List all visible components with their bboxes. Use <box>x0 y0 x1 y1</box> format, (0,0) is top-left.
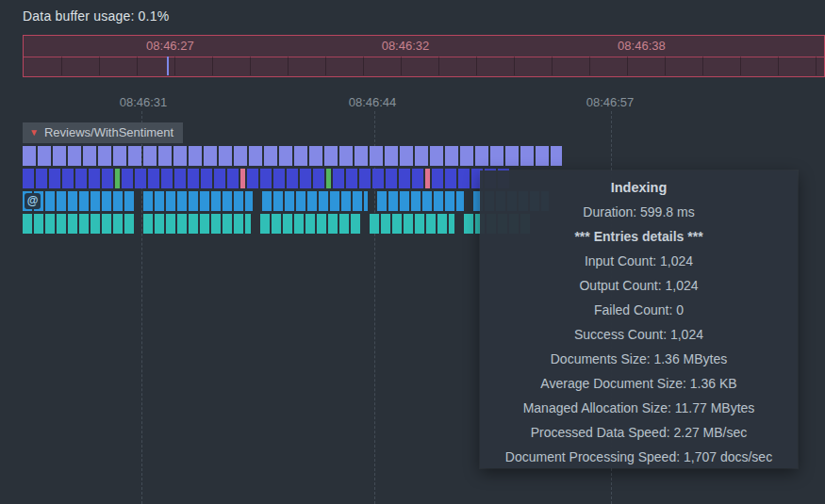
perf-segment[interactable] <box>23 169 34 188</box>
perf-segment[interactable] <box>200 191 209 211</box>
perf-segment[interactable] <box>247 169 258 188</box>
perf-segment[interactable] <box>177 214 187 234</box>
perf-segment[interactable] <box>287 169 298 188</box>
perf-segment[interactable] <box>422 191 432 211</box>
lane-reduce[interactable] <box>23 169 511 188</box>
perf-segment[interactable] <box>445 146 458 166</box>
perf-segment[interactable] <box>53 146 66 166</box>
perf-segment[interactable] <box>262 191 272 211</box>
perf-segment[interactable] <box>36 169 47 188</box>
perf-segment[interactable] <box>370 146 383 166</box>
perf-segment[interactable] <box>279 146 292 166</box>
perf-segment[interactable] <box>305 214 315 234</box>
perf-segment[interactable] <box>214 169 225 188</box>
perf-segment[interactable] <box>426 214 436 234</box>
perf-segment[interactable] <box>223 214 232 234</box>
brush-position-marker[interactable] <box>167 57 169 75</box>
perf-segment[interactable] <box>200 214 209 234</box>
perf-segment[interactable] <box>372 169 384 188</box>
perf-segment[interactable] <box>79 191 89 211</box>
perf-segment[interactable] <box>520 146 534 166</box>
perf-segment[interactable] <box>189 214 198 234</box>
perf-segment[interactable] <box>317 214 326 234</box>
perf-segment[interactable] <box>346 169 357 188</box>
perf-segment[interactable] <box>174 169 186 188</box>
perf-segment[interactable] <box>430 146 443 166</box>
perf-segment[interactable] <box>475 146 488 166</box>
perf-segment[interactable] <box>388 191 398 211</box>
perf-segment[interactable] <box>415 214 424 234</box>
perf-segment[interactable] <box>377 191 387 211</box>
lane-write[interactable] <box>23 214 532 234</box>
perf-segment[interactable] <box>386 169 397 188</box>
perf-segment[interactable] <box>79 214 89 234</box>
perf-segment[interactable] <box>330 191 339 211</box>
perf-segment[interactable] <box>102 191 111 211</box>
perf-segment[interactable] <box>45 191 55 211</box>
perf-segment[interactable] <box>505 146 519 166</box>
perf-segment[interactable] <box>313 169 324 188</box>
perf-segment[interactable] <box>122 169 133 188</box>
perf-segment[interactable] <box>62 169 74 188</box>
perf-segment[interactable] <box>204 146 217 166</box>
perf-segment[interactable] <box>273 169 285 188</box>
perf-segment[interactable] <box>359 169 371 188</box>
perf-segment[interactable] <box>404 214 413 234</box>
perf-segment[interactable] <box>113 191 123 211</box>
perf-segment[interactable] <box>300 169 311 188</box>
perf-segment[interactable] <box>219 146 232 166</box>
perf-segment[interactable] <box>173 146 187 166</box>
perf-segment[interactable] <box>155 191 164 211</box>
perf-segment[interactable] <box>45 214 55 234</box>
perf-segment[interactable] <box>34 214 43 234</box>
index-header-reviews-withsentiment[interactable]: ▼ Reviews/WithSentiment <box>23 122 183 143</box>
perf-segment[interactable] <box>294 146 307 166</box>
perf-segment[interactable] <box>91 191 100 211</box>
perf-segment[interactable] <box>283 214 292 234</box>
perf-segment[interactable] <box>23 146 36 166</box>
perf-segment[interactable] <box>260 169 272 188</box>
perf-segment[interactable] <box>412 169 423 188</box>
perf-segment[interactable] <box>449 214 454 234</box>
perf-segment[interactable] <box>89 169 100 188</box>
perf-segment[interactable] <box>333 169 344 188</box>
perf-segment[interactable] <box>115 169 120 188</box>
perf-segment[interactable] <box>234 214 243 234</box>
perf-segment[interactable] <box>68 214 77 234</box>
perf-segment[interactable] <box>324 146 338 166</box>
perf-segment[interactable] <box>143 214 153 234</box>
perf-segment[interactable] <box>425 169 430 188</box>
perf-segment[interactable] <box>400 191 409 211</box>
perf-segment[interactable] <box>392 214 402 234</box>
perf-segment[interactable] <box>201 169 212 188</box>
perf-segment[interactable] <box>445 191 454 211</box>
perf-segment[interactable] <box>113 214 123 234</box>
perf-segment[interactable] <box>166 191 175 211</box>
perf-segment[interactable] <box>355 146 368 166</box>
perf-segment[interactable] <box>381 214 390 234</box>
perf-segment[interactable] <box>399 169 410 188</box>
perf-segment[interactable] <box>249 146 262 166</box>
perf-segment[interactable] <box>83 146 96 166</box>
lane-map[interactable] <box>23 146 564 166</box>
perf-segment[interactable] <box>328 214 338 234</box>
perf-segment[interactable] <box>307 191 317 211</box>
perf-segment[interactable] <box>124 191 134 211</box>
perf-segment[interactable] <box>341 191 351 211</box>
perf-segment[interactable] <box>432 169 443 188</box>
perf-segment[interactable] <box>260 214 270 234</box>
perf-segment[interactable] <box>264 146 277 166</box>
perf-segment[interactable] <box>98 146 111 166</box>
perf-segment[interactable] <box>148 169 159 188</box>
perf-segment[interactable] <box>102 169 113 188</box>
perf-segment[interactable] <box>460 146 473 166</box>
perf-segment[interactable] <box>240 169 245 188</box>
perf-segment[interactable] <box>75 169 87 188</box>
perf-segment[interactable] <box>49 169 60 188</box>
perf-segment[interactable] <box>445 169 456 188</box>
perf-segment[interactable] <box>319 191 328 211</box>
perf-segment[interactable] <box>296 191 305 211</box>
perf-segment[interactable] <box>128 146 141 166</box>
perf-segment[interactable] <box>155 214 164 234</box>
perf-segment[interactable] <box>294 214 304 234</box>
